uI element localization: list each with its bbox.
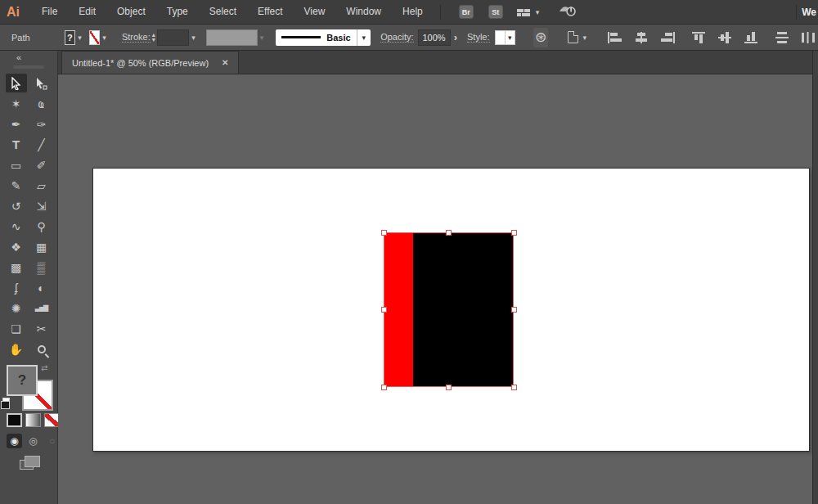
stroke-width-stepper[interactable]: ▴ ▾: [152, 33, 155, 43]
align-vertical-center-button[interactable]: [715, 29, 735, 47]
panel-grip[interactable]: [13, 65, 44, 69]
default-fill-stroke-icon[interactable]: [2, 398, 10, 404]
style-swatch[interactable]: [495, 30, 506, 45]
align-horizontal-left-button[interactable]: [605, 29, 625, 47]
menu-view[interactable]: View: [294, 0, 336, 24]
stepper-down-icon[interactable]: ▾: [152, 38, 155, 43]
stroke-label[interactable]: Stroke:: [122, 32, 151, 43]
shape-builder-tool[interactable]: ❖: [6, 237, 27, 256]
perspective-grid-tool[interactable]: ▦: [31, 237, 52, 256]
handle-bottom-center[interactable]: [446, 385, 452, 390]
panel-dock-edge[interactable]: [812, 51, 818, 504]
fill-swatch[interactable]: ?: [65, 30, 76, 45]
menu-divider-right: [796, 5, 797, 20]
color-button[interactable]: [7, 413, 22, 427]
width-tool[interactable]: ∿: [6, 217, 27, 236]
eraser-icon: ▱: [37, 179, 46, 192]
menu-file[interactable]: File: [31, 0, 68, 24]
mesh-tool[interactable]: ▩: [6, 258, 27, 277]
fill-stroke-area: ? ⇄ ◉ ◎ ○: [0, 363, 58, 504]
lasso-tool[interactable]: ҩ: [31, 94, 52, 113]
handle-top-center[interactable]: [446, 230, 452, 236]
style-chevron-button[interactable]: ▾: [506, 30, 515, 45]
slice-tool[interactable]: ✂: [31, 319, 52, 338]
stroke-chevron-icon[interactable]: ▾: [100, 34, 109, 42]
opacity-arrow-icon[interactable]: ›: [451, 31, 461, 43]
align-horizontal-center-button[interactable]: [631, 29, 651, 47]
eyedropper-tool[interactable]: ʄ: [6, 278, 27, 297]
gradient-button[interactable]: [25, 413, 41, 427]
bridge-button[interactable]: Br: [459, 5, 474, 19]
arrange-documents-icon: [516, 7, 531, 18]
eraser-tool[interactable]: ▱: [31, 176, 52, 195]
menu-object[interactable]: Object: [106, 0, 156, 24]
menu-window[interactable]: Window: [335, 0, 392, 24]
menu-help[interactable]: Help: [392, 0, 434, 24]
distribute-vertical-center-button[interactable]: [772, 29, 792, 47]
fill-color-swatch[interactable]: ?: [7, 365, 38, 396]
direct-selection-tool[interactable]: [31, 74, 52, 92]
rotate-tool[interactable]: ↺: [6, 196, 27, 215]
cloud-sync-button[interactable]: [558, 3, 579, 21]
swap-fill-stroke-icon[interactable]: ⇄: [41, 363, 47, 372]
arrange-documents-button[interactable]: ▾: [516, 7, 542, 18]
handle-top-left[interactable]: [381, 230, 387, 236]
handle-bottom-left[interactable]: [381, 385, 387, 390]
recolor-artwork-button[interactable]: ⊛: [533, 28, 549, 47]
pen-tool[interactable]: ✒: [6, 115, 27, 133]
magic-wand-tool[interactable]: ✶: [6, 94, 27, 113]
align-vertical-bottom-button[interactable]: [741, 29, 761, 47]
align-vertical-top-button[interactable]: [689, 29, 708, 47]
align-horizontal-right-button[interactable]: [658, 29, 677, 47]
menu-select[interactable]: Select: [199, 0, 247, 24]
line-segment-tool[interactable]: ╱: [31, 135, 52, 154]
scale-tool[interactable]: ⇲: [31, 196, 52, 215]
type-tool[interactable]: T: [6, 135, 27, 154]
menu-type[interactable]: Type: [156, 0, 199, 24]
isolate-object-button[interactable]: ▾: [568, 31, 589, 43]
black-rectangle[interactable]: [413, 232, 514, 387]
change-screen-mode-icon[interactable]: [20, 460, 34, 470]
hand-tool[interactable]: ✋: [6, 340, 27, 358]
handle-middle-right[interactable]: [511, 307, 517, 313]
tab-close-icon[interactable]: ✕: [222, 58, 228, 67]
rectangle-tool[interactable]: ▭: [6, 155, 27, 174]
zoom-icon: [38, 345, 46, 353]
align-horizontal-center-icon: [633, 31, 649, 44]
draw-normal-button[interactable]: ◉: [7, 434, 22, 448]
stroke-width-input[interactable]: [157, 29, 190, 46]
selection-tool[interactable]: [6, 74, 27, 92]
fill-chevron-icon[interactable]: ▾: [75, 34, 84, 42]
brush-chevron-icon: ▾: [360, 34, 369, 42]
column-graph-tool[interactable]: ▃▅▇: [31, 299, 52, 317]
opacity-label[interactable]: Opacity:: [380, 32, 413, 43]
handle-middle-left[interactable]: [381, 307, 387, 313]
curvature-tool[interactable]: ✑: [31, 115, 52, 133]
workspace-label[interactable]: We: [802, 7, 818, 18]
symbol-sprayer-tool[interactable]: ✺: [6, 299, 27, 317]
distribute-horizontal-center-button[interactable]: [798, 29, 818, 47]
brush-chevron-button[interactable]: ▾: [357, 29, 371, 46]
blend-tool[interactable]: ◐: [31, 278, 52, 297]
gradient-tool[interactable]: ▒: [31, 258, 52, 277]
puppet-warp-tool[interactable]: ⚲: [31, 217, 52, 236]
menu-edit[interactable]: Edit: [68, 0, 106, 24]
pencil-tool[interactable]: ✎: [6, 176, 27, 195]
opacity-input[interactable]: 100%: [418, 29, 451, 46]
paintbrush-tool[interactable]: ✐: [31, 155, 52, 174]
brush-definition-dropdown[interactable]: Basic: [276, 29, 356, 46]
collapse-panel-icon[interactable]: «: [16, 52, 21, 62]
tools-panel: « ✶ ҩ ✒ ✑ T ╱ ▭ ✐ ✎ ▱ ↺: [0, 51, 58, 504]
draw-behind-button[interactable]: ◎: [25, 434, 41, 448]
style-label[interactable]: Style:: [467, 32, 490, 43]
zoom-tool[interactable]: [31, 340, 52, 358]
menu-effect[interactable]: Effect: [247, 0, 293, 24]
stroke-swatch[interactable]: [89, 30, 101, 45]
stroke-width-chevron-icon[interactable]: ▾: [189, 34, 198, 42]
artboard-tool[interactable]: ❏: [6, 319, 27, 338]
stock-button[interactable]: St: [488, 5, 503, 19]
document-tab[interactable]: Untitled-1* @ 50% (RGB/Preview) ✕: [61, 51, 239, 74]
handle-top-right[interactable]: [511, 230, 517, 236]
canvas[interactable]: [58, 74, 812, 504]
handle-bottom-right[interactable]: [511, 385, 517, 390]
